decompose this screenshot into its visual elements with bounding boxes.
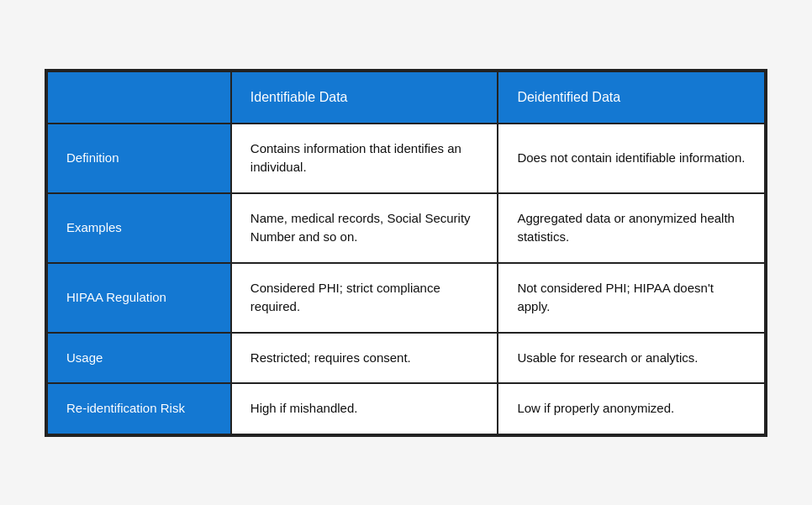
row-identifiable-2: Considered PHI; strict compliance requir… bbox=[231, 263, 498, 333]
row-label-4: Re-identification Risk bbox=[47, 383, 231, 434]
row-label-2: HIPAA Regulation bbox=[47, 263, 231, 333]
row-deidentified-4: Low if properly anonymized. bbox=[498, 383, 765, 434]
row-identifiable-3: Restricted; requires consent. bbox=[231, 333, 498, 384]
table-row: ExamplesName, medical records, Social Se… bbox=[47, 193, 765, 263]
header-deidentified: Deidentified Data bbox=[498, 71, 765, 124]
row-identifiable-4: High if mishandled. bbox=[231, 383, 498, 434]
table-row: Re-identification RiskHigh if mishandled… bbox=[47, 383, 765, 434]
table-row: DefinitionContains information that iden… bbox=[47, 124, 765, 193]
table-header-row: Identifiable Data Deidentified Data bbox=[47, 71, 765, 124]
row-identifiable-0: Contains information that identifies an … bbox=[231, 124, 498, 193]
row-label-0: Definition bbox=[47, 124, 231, 193]
row-deidentified-0: Does not contain identifiable informatio… bbox=[498, 124, 765, 193]
table-row: HIPAA RegulationConsidered PHI; strict c… bbox=[47, 263, 765, 333]
header-identifiable: Identifiable Data bbox=[231, 71, 498, 124]
row-deidentified-2: Not considered PHI; HIPAA doesn't apply. bbox=[498, 263, 765, 333]
header-empty-cell bbox=[47, 71, 231, 124]
row-label-1: Examples bbox=[47, 193, 231, 263]
row-label-3: Usage bbox=[47, 333, 231, 384]
row-identifiable-1: Name, medical records, Social Security N… bbox=[231, 193, 498, 263]
comparison-table: Identifiable Data Deidentified Data Defi… bbox=[45, 69, 767, 437]
row-deidentified-3: Usable for research or analytics. bbox=[498, 333, 765, 384]
row-deidentified-1: Aggregated data or anonymized health sta… bbox=[498, 193, 765, 263]
table-row: UsageRestricted; requires consent.Usable… bbox=[47, 333, 765, 384]
